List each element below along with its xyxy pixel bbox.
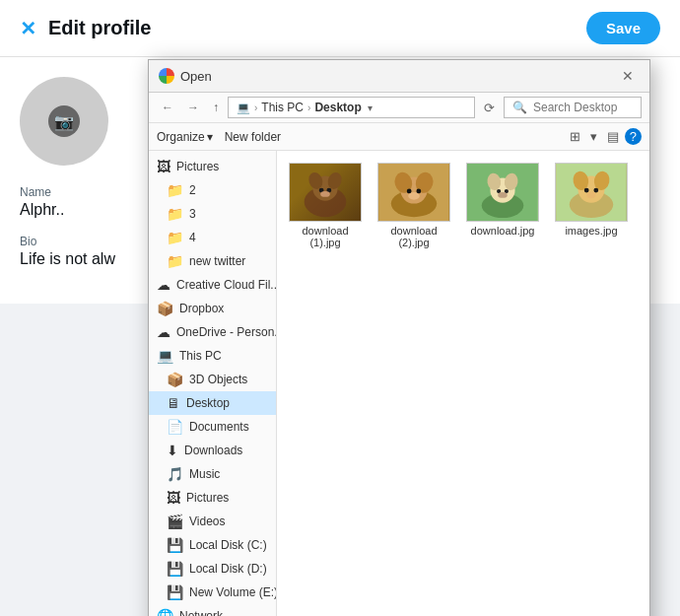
dialog-title: Open (159, 68, 212, 84)
file-thumbnail-download1 (289, 163, 362, 222)
dialog-title-text: Open (180, 69, 212, 84)
sidebar-item-2[interactable]: 📁 2 (149, 178, 276, 202)
sidebar-item-label: 3 (189, 207, 196, 221)
sidebar-item-label: Dropbox (179, 302, 224, 315)
sidebar-item-this-pc[interactable]: 💻 This PC (149, 344, 276, 368)
organize-button[interactable]: Organize ▾ (157, 130, 213, 144)
music-icon: 🎵 (167, 466, 183, 482)
svg-point-22 (498, 192, 508, 198)
path-segment-thispc: This PC (261, 101, 304, 114)
sidebar-item-local-d[interactable]: 💾 Local Disk (D:) (149, 557, 276, 581)
network-icon: 🌐 (157, 608, 173, 616)
disk-e-icon: 💾 (167, 584, 183, 600)
path-dropdown-chevron[interactable]: ▾ (368, 103, 373, 113)
chrome-icon (159, 68, 174, 84)
save-button[interactable]: Save (586, 12, 660, 44)
sidebar-item-desktop[interactable]: 🖥 Desktop (149, 391, 276, 415)
sidebar-item-label: Music (189, 467, 220, 481)
file-item-images[interactable]: images.jpg (551, 159, 632, 252)
file-item-download1[interactable]: download(1).jpg (285, 159, 366, 252)
videos-icon: 🎬 (167, 513, 183, 529)
dialog-toolbar: Organize ▾ New folder ⊞ ▾ ▤ ? (149, 123, 649, 151)
close-icon[interactable]: ✕ (20, 17, 36, 40)
file-name-download: download.jpg (471, 225, 535, 237)
file-item-download[interactable]: download.jpg (462, 159, 543, 252)
sidebar-item-label: 2 (189, 183, 196, 197)
sidebar-item-local-c[interactable]: 💾 Local Disk (C:) (149, 533, 276, 557)
file-thumbnail-download2 (377, 163, 450, 222)
sidebar-item-label: new twitter (189, 254, 245, 268)
sidebar-item-pictures[interactable]: 🖼 Pictures (149, 155, 276, 178)
file-name-images: images.jpg (565, 225, 617, 237)
sidebar-item-label: Pictures (186, 491, 229, 505)
sidebar-item-label: 4 (189, 231, 196, 244)
folder-icon-4: 📁 (167, 230, 183, 245)
sidebar-item-new-twitter[interactable]: 📁 new twitter (149, 249, 276, 273)
view-chevron-button[interactable]: ▾ (586, 127, 601, 146)
path-bar[interactable]: 💻 › This PC › Desktop ▾ (228, 97, 475, 118)
svg-point-29 (593, 188, 598, 193)
sidebar-item-music[interactable]: 🎵 Music (149, 462, 276, 486)
svg-point-30 (586, 192, 596, 199)
sidebar-item-label: Downloads (184, 444, 242, 457)
disk-c-icon: 💾 (167, 537, 183, 553)
page-title: Edit profile (48, 17, 151, 39)
sidebar-item-3[interactable]: 📁 3 (149, 202, 276, 226)
sidebar-item-network[interactable]: 🌐 Network (149, 604, 276, 616)
dialog-content: 🖼 Pictures 📁 2 📁 3 📁 4 📁 new twit (149, 151, 649, 616)
file-grid: download(1).jpg (277, 151, 649, 616)
file-name-download2: download(2).jpg (390, 225, 437, 248)
folder-icon-2: 📁 (167, 182, 183, 198)
file-thumbnail-images (555, 163, 628, 222)
creative-cloud-icon: ☁ (157, 277, 170, 293)
header: ✕ Edit profile Save (0, 0, 680, 57)
new-folder-button[interactable]: New folder (221, 128, 285, 146)
view-panel-button[interactable]: ▤ (603, 127, 623, 146)
desktop-icon: 🖥 (167, 395, 180, 411)
sidebar-item-new-volume-e[interactable]: 💾 New Volume (E:) (149, 581, 276, 604)
path-segment-desktop: Desktop (314, 101, 361, 114)
avatar[interactable]: 📷 (20, 77, 108, 166)
help-button[interactable]: ? (625, 128, 642, 145)
folder-icon-3: 📁 (167, 206, 183, 222)
sidebar-item-creative-cloud[interactable]: ☁ Creative Cloud Fil... (149, 273, 276, 297)
header-left: ✕ Edit profile (20, 17, 151, 40)
documents-icon: 📄 (167, 419, 183, 435)
file-item-download2[interactable]: download(2).jpg (374, 159, 454, 252)
this-pc-icon: 💻 (157, 348, 173, 364)
folder-icon-new-twitter: 📁 (167, 253, 183, 269)
sidebar-item-label: OneDrive - Person... (176, 325, 276, 339)
sidebar-item-dropbox[interactable]: 📦 Dropbox (149, 297, 276, 320)
sidebar-item-videos[interactable]: 🎬 Videos (149, 510, 276, 533)
onedrive-icon: ☁ (157, 324, 170, 340)
dialog-nav: ← → ↑ 💻 › This PC › Desktop ▾ ⟳ 🔍 (149, 93, 649, 123)
camera-icon: 📷 (48, 105, 80, 137)
file-thumbnail-download (466, 163, 539, 222)
back-button[interactable]: ← (157, 98, 178, 117)
svg-point-6 (320, 191, 330, 197)
downloads-icon: ⬇ (167, 443, 178, 458)
sidebar-item-onedrive[interactable]: ☁ OneDrive - Person... (149, 320, 276, 344)
up-button[interactable]: ↑ (208, 98, 224, 117)
file-name-download1: download(1).jpg (302, 225, 348, 248)
sidebar-item-downloads[interactable]: ⬇ Downloads (149, 439, 276, 462)
view-icons: ⊞ ▾ ▤ ? (566, 127, 642, 146)
pictures-icon: 🖼 (157, 159, 170, 174)
sidebar-item-label: This PC (179, 349, 222, 363)
dropbox-icon: 📦 (157, 301, 173, 316)
forward-button[interactable]: → (182, 98, 204, 117)
sidebar-item-label: Desktop (186, 396, 230, 410)
sidebar-item-3d-objects[interactable]: 📦 3D Objects (149, 368, 276, 391)
view-grid-button[interactable]: ⊞ (566, 127, 584, 146)
edit-profile-background: ✕ Edit profile Save 📷 Name Alphr.. Bio L… (0, 0, 680, 616)
sidebar-item-documents[interactable]: 📄 Documents (149, 415, 276, 439)
sidebar-item-label: New Volume (E:) (189, 585, 276, 599)
search-input[interactable] (533, 101, 622, 114)
sidebar-item-4[interactable]: 📁 4 (149, 226, 276, 249)
file-sidebar: 🖼 Pictures 📁 2 📁 3 📁 4 📁 new twit (149, 151, 277, 616)
svg-point-28 (584, 188, 589, 193)
dialog-titlebar: Open ✕ (149, 60, 649, 93)
refresh-button[interactable]: ⟳ (479, 98, 500, 118)
sidebar-item-pictures2[interactable]: 🖼 Pictures (149, 486, 276, 510)
dialog-close-button[interactable]: ✕ (616, 66, 640, 86)
